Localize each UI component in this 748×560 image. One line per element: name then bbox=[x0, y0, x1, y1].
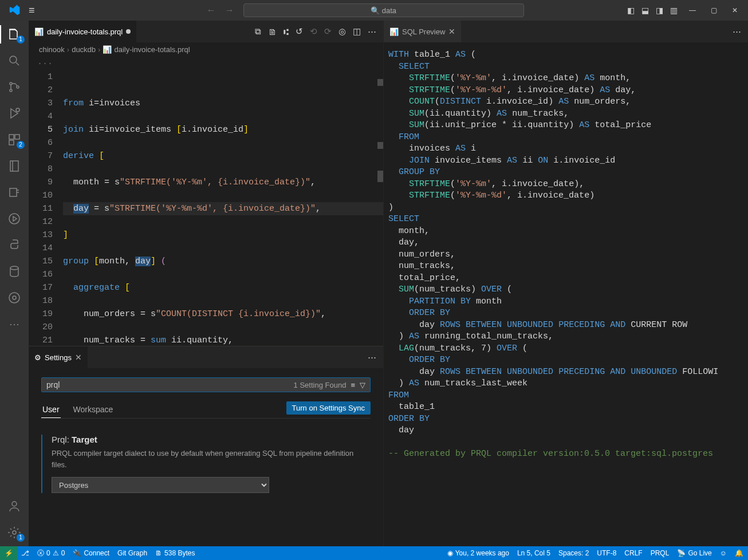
sql-preview[interactable]: WITH table_1 AS ( SELECT STRFTIME('%Y-%m… bbox=[384, 42, 748, 546]
status-connect[interactable]: 🔌 Connect bbox=[73, 549, 109, 557]
git-branch-icon[interactable]: ⎇ bbox=[21, 549, 29, 557]
go-forward-icon[interactable]: ⟳ bbox=[324, 26, 332, 37]
settings-gear-icon[interactable]: 1 bbox=[6, 524, 22, 541]
search-text: data bbox=[382, 6, 396, 15]
status-problems[interactable]: ⓧ 0 ⚠ 0 bbox=[37, 549, 65, 558]
more-actions-icon[interactable]: ⋯ bbox=[368, 352, 376, 362]
clear-icon[interactable]: ≡ bbox=[351, 381, 355, 389]
more-actions-icon[interactable]: ⋯ bbox=[368, 26, 376, 37]
menu-icon[interactable]: ≡ bbox=[29, 5, 35, 17]
close-icon[interactable]: ✕ bbox=[75, 353, 82, 362]
setting-select[interactable]: Postgres bbox=[52, 477, 269, 493]
layout-panel-icon[interactable]: ⬓ bbox=[641, 6, 649, 15]
layout-customize-icon[interactable]: ▥ bbox=[670, 6, 678, 15]
extensions-icon[interactable]: 2 bbox=[6, 132, 22, 148]
explorer-icon[interactable]: 1 bbox=[6, 26, 22, 42]
setting-category: Prql: bbox=[52, 435, 72, 444]
tab-settings[interactable]: ⚙ Settings ✕ bbox=[29, 346, 88, 368]
save-icon[interactable]: 🗎 bbox=[268, 27, 277, 37]
close-icon[interactable]: ✕ bbox=[448, 27, 455, 36]
target-icon[interactable]: ◎ bbox=[338, 26, 346, 37]
window-maximize-icon[interactable]: ▢ bbox=[711, 6, 717, 14]
tab-prql-file[interactable]: 📊 daily-invoice-totals.prql bbox=[29, 21, 137, 42]
status-bar: ⚡ ⎇ ⓧ 0 ⚠ 0 🔌 Connect Git Graph 🗎 538 By… bbox=[0, 546, 748, 560]
svg-point-15 bbox=[13, 531, 16, 534]
status-language[interactable]: PRQL bbox=[651, 549, 670, 557]
status-cursor-pos[interactable]: Ln 5, Col 5 bbox=[517, 549, 550, 557]
svg-point-12 bbox=[9, 293, 19, 303]
svg-point-4 bbox=[16, 108, 19, 112]
settings-tab-workspace[interactable]: Workspace bbox=[72, 401, 115, 418]
more-icon[interactable]: ⋯ bbox=[6, 316, 22, 332]
tab-label: Settings bbox=[45, 353, 72, 362]
command-center-search[interactable]: 🔍 data bbox=[243, 3, 524, 17]
svg-point-13 bbox=[13, 296, 16, 299]
more-actions-icon[interactable]: ⋯ bbox=[733, 26, 741, 37]
nav-back-icon[interactable]: ← bbox=[207, 5, 216, 15]
account-icon[interactable] bbox=[6, 498, 22, 514]
crumb[interactable]: chinook bbox=[39, 45, 65, 54]
tab-sql-preview[interactable]: 📊 SQL Preview ✕ bbox=[384, 21, 462, 42]
crumb[interactable]: duckdb bbox=[72, 45, 96, 54]
split-editor-icon[interactable]: ◫ bbox=[353, 26, 361, 37]
notebook-icon[interactable] bbox=[6, 158, 22, 174]
settings-found-count: 1 Setting Found bbox=[294, 381, 347, 389]
layout-sidebar-left-icon[interactable]: ◧ bbox=[627, 6, 635, 15]
status-feedback-icon[interactable]: ☺ bbox=[720, 549, 727, 557]
status-encoding[interactable]: UTF-8 bbox=[597, 549, 616, 557]
diff-icon[interactable]: ⑆ bbox=[284, 27, 289, 37]
status-indent[interactable]: Spaces: 2 bbox=[558, 549, 589, 557]
settings-search[interactable]: 1 Setting Found ≡ ▽ bbox=[41, 377, 371, 392]
play-icon[interactable] bbox=[6, 211, 22, 227]
breadcrumb[interactable]: chinook› duckdb› 📊 daily-invoice-totals.… bbox=[29, 42, 383, 56]
settings-sync-button[interactable]: Turn on Settings Sync bbox=[286, 401, 371, 415]
titlebar: ≡ ← → 🔍 data ◧ ⬓ ◨ ▥ — ▢ ✕ bbox=[0, 0, 748, 21]
search-icon: 🔍 bbox=[371, 6, 380, 15]
status-go-live[interactable]: 📡 Go Live bbox=[677, 549, 711, 557]
prql-file-icon: 📊 bbox=[34, 27, 44, 36]
status-eol[interactable]: CRLF bbox=[624, 549, 642, 557]
editor-tabs: 📊 daily-invoice-totals.prql ⧉ 🗎 ⑆ ↺ ⟲ ⟳ … bbox=[29, 21, 383, 42]
status-file-size[interactable]: 🗎 538 Bytes bbox=[155, 549, 195, 557]
source-text[interactable]: from i=invoices join ii=invoice_items [i… bbox=[63, 56, 383, 346]
svg-rect-9 bbox=[10, 188, 17, 196]
svg-point-14 bbox=[12, 502, 17, 506]
python-icon[interactable] bbox=[6, 237, 22, 253]
database-manager-icon[interactable] bbox=[6, 184, 22, 200]
revert-icon[interactable]: ↺ bbox=[296, 26, 303, 37]
editor-actions: ⧉ 🗎 ⑆ ↺ ⟲ ⟳ ◎ ◫ ⋯ bbox=[255, 21, 383, 42]
database-icon[interactable] bbox=[6, 263, 22, 279]
go-back-icon[interactable]: ⟲ bbox=[310, 26, 317, 37]
crumb[interactable]: daily-invoice-totals.prql bbox=[114, 45, 190, 54]
gear-icon: ⚙ bbox=[34, 353, 41, 362]
code-editor[interactable]: ··· 12345678910111213141516171819202122 … bbox=[29, 56, 383, 346]
git-lens-icon[interactable] bbox=[6, 290, 22, 306]
window-close-icon[interactable]: ✕ bbox=[732, 6, 738, 14]
search-icon[interactable] bbox=[6, 53, 22, 69]
badge: 1 bbox=[17, 534, 25, 542]
badge: 2 bbox=[17, 141, 25, 149]
window-minimize-icon[interactable]: — bbox=[689, 6, 696, 14]
nav-forward-icon[interactable]: → bbox=[225, 5, 234, 15]
layout-sidebar-right-icon[interactable]: ◨ bbox=[656, 6, 663, 15]
source-control-icon[interactable] bbox=[6, 79, 22, 95]
filter-icon[interactable]: ▽ bbox=[360, 381, 365, 389]
badge: 1 bbox=[17, 36, 25, 44]
minimap[interactable] bbox=[375, 56, 383, 346]
svg-point-2 bbox=[10, 89, 12, 92]
copy-icon[interactable]: ⧉ bbox=[255, 26, 261, 37]
modified-indicator-icon bbox=[126, 29, 131, 34]
svg-point-10 bbox=[9, 214, 19, 224]
setting-prql-target: Prql: Target PRQL compiler target dialec… bbox=[41, 435, 371, 493]
settings-tab-user[interactable]: User bbox=[41, 401, 61, 418]
settings-panel: ⚙ Settings ✕ ⋯ 1 Setting Found ≡ ▽ User bbox=[29, 346, 383, 546]
run-debug-icon[interactable] bbox=[6, 105, 22, 121]
status-blame[interactable]: ◉ You, 2 weeks ago bbox=[447, 549, 509, 557]
remote-button[interactable]: ⚡ bbox=[0, 546, 18, 560]
status-git-graph[interactable]: Git Graph bbox=[117, 549, 147, 557]
svg-point-11 bbox=[10, 266, 18, 270]
svg-rect-5 bbox=[9, 135, 14, 139]
vscode-logo-icon bbox=[9, 5, 21, 16]
settings-search-input[interactable] bbox=[46, 380, 294, 389]
status-bell-icon[interactable]: 🔔 bbox=[735, 549, 743, 557]
